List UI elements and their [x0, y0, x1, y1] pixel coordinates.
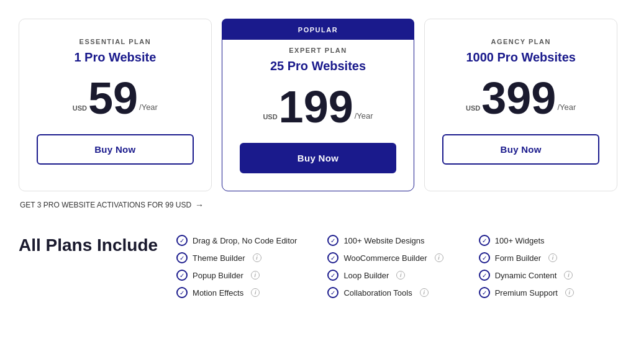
plan-card-essential: Essential Plan 1 Pro Website USD 59 /Yea… — [19, 19, 212, 191]
feature-label: Form Builder — [495, 253, 541, 263]
price-row-expert: USD 199 /Year — [263, 84, 373, 129]
feature-label: 100+ Website Designs — [343, 236, 424, 245]
promo-arrow: → — [195, 200, 204, 210]
price-amount-expert: 199 — [279, 84, 353, 129]
check-icon: ✓ — [176, 287, 188, 298]
promo-row[interactable]: GET 3 PRO WEBSITE ACTIVATIONS FOR 99 USD… — [20, 200, 617, 210]
check-icon: ✓ — [479, 287, 490, 298]
info-icon[interactable]: i — [548, 253, 557, 262]
feature-item: ✓Popup Builderi — [176, 270, 315, 281]
popular-badge: POPULAR — [298, 26, 338, 34]
check-icon: ✓ — [327, 287, 338, 298]
popular-badge-wrapper: POPULAR — [222, 19, 415, 40]
price-row-essential: USD 59 /Year — [73, 76, 158, 121]
price-currency-expert: USD — [263, 113, 277, 121]
all-plans-section: All Plans Include ✓Drag & Drop, No Code … — [19, 235, 617, 298]
feature-label: Theme Builder — [193, 253, 245, 263]
info-icon[interactable]: i — [564, 271, 573, 280]
check-icon: ✓ — [327, 270, 338, 281]
feature-item: ✓Dynamic Contenti — [479, 270, 617, 281]
check-icon: ✓ — [176, 270, 188, 281]
feature-label: WooCommerce Builder — [343, 253, 427, 263]
info-icon[interactable]: i — [253, 253, 261, 262]
feature-item: ✓Form Builderi — [479, 252, 617, 263]
check-icon: ✓ — [176, 235, 188, 246]
price-period-essential: /Year — [139, 102, 158, 112]
features-grid: ✓Drag & Drop, No Code Editor✓100+ Websit… — [176, 235, 617, 298]
plan-name-expert: Expert Plan — [289, 47, 347, 54]
feature-item: ✓100+ Widgets — [479, 235, 617, 246]
plan-card-agency: Agency Plan 1000 Pro Websites USD 399 /Y… — [424, 19, 617, 191]
feature-label: Premium Support — [495, 288, 558, 298]
price-period-expert: /Year — [355, 111, 373, 121]
info-icon[interactable]: i — [435, 253, 443, 262]
price-amount-essential: 59 — [88, 76, 138, 121]
check-icon: ✓ — [479, 235, 490, 246]
feature-item: ✓Theme Builderi — [176, 252, 315, 263]
feature-label: Loop Builder — [343, 271, 389, 280]
plan-websites-essential: 1 Pro Website — [74, 50, 156, 65]
feature-label: Popup Builder — [193, 271, 243, 280]
feature-item: ✓Collaboration Toolsi — [327, 287, 466, 298]
feature-label: Motion Effects — [193, 288, 243, 298]
feature-item: ✓100+ Website Designs — [327, 235, 466, 246]
feature-item: ✓Motion Effectsi — [176, 287, 315, 298]
price-currency-agency: USD — [466, 104, 480, 112]
promo-text: GET 3 PRO WEBSITE ACTIVATIONS FOR 99 USD — [20, 201, 191, 209]
plan-name-agency: Agency Plan — [491, 38, 550, 45]
all-plans-title: All Plans Include — [19, 235, 158, 256]
plan-websites-expert: 25 Pro Websites — [270, 59, 366, 73]
feature-item: ✓Loop Builderi — [327, 270, 466, 281]
plan-name-essential: Essential Plan — [80, 38, 152, 45]
check-icon: ✓ — [327, 252, 338, 263]
check-icon: ✓ — [479, 270, 490, 281]
price-period-agency: /Year — [557, 102, 576, 112]
pricing-section: Essential Plan 1 Pro Website USD 59 /Yea… — [19, 19, 617, 191]
info-icon[interactable]: i — [565, 288, 574, 297]
feature-item: ✓Drag & Drop, No Code Editor — [176, 235, 315, 246]
price-amount-agency: 399 — [481, 76, 556, 121]
feature-label: Collaboration Tools — [343, 288, 412, 298]
buy-button-agency[interactable]: Buy Now — [442, 134, 599, 165]
check-icon: ✓ — [327, 235, 338, 246]
check-icon: ✓ — [176, 252, 188, 263]
plan-websites-agency: 1000 Pro Websites — [466, 50, 575, 65]
feature-item: ✓WooCommerce Builderi — [327, 252, 466, 263]
price-row-agency: USD 399 /Year — [466, 76, 576, 121]
buy-button-expert[interactable]: Buy Now — [240, 143, 397, 173]
feature-label: Dynamic Content — [495, 271, 557, 280]
plan-card-expert: POPULAR Expert Plan 25 Pro Websites USD … — [222, 19, 415, 191]
check-icon: ✓ — [479, 252, 490, 263]
price-currency-essential: USD — [73, 104, 87, 112]
feature-label: 100+ Widgets — [495, 236, 545, 245]
info-icon[interactable]: i — [251, 271, 260, 280]
info-icon[interactable]: i — [396, 271, 405, 280]
feature-label: Drag & Drop, No Code Editor — [193, 236, 297, 245]
info-icon[interactable]: i — [251, 288, 260, 297]
feature-item: ✓Premium Supporti — [479, 287, 617, 298]
buy-button-essential[interactable]: Buy Now — [37, 134, 194, 165]
info-icon[interactable]: i — [420, 288, 429, 297]
